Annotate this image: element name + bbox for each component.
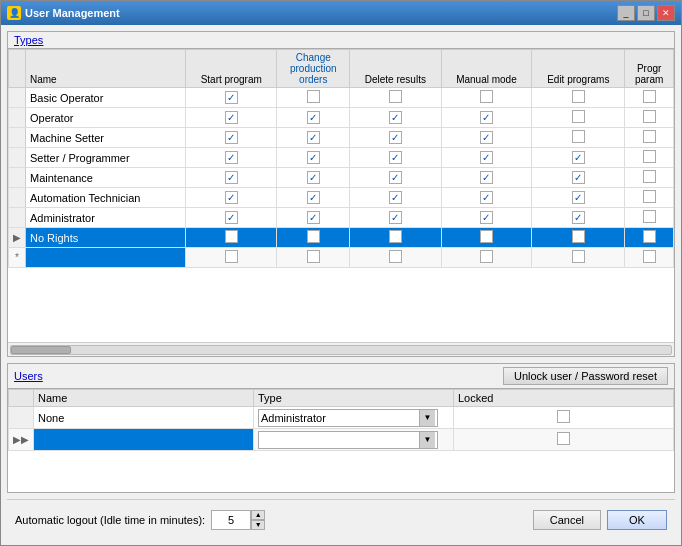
checkbox[interactable] xyxy=(389,250,402,263)
ok-button[interactable]: OK xyxy=(607,510,667,530)
users-table-container[interactable]: Name Type Locked None Administrator ▼ ▶▶… xyxy=(8,389,674,492)
new-check[interactable] xyxy=(441,248,532,268)
type-check-cell[interactable] xyxy=(532,88,625,108)
spinner-down-button[interactable]: ▼ xyxy=(251,520,265,530)
type-check-cell[interactable] xyxy=(277,108,350,128)
type-check-cell[interactable] xyxy=(625,188,674,208)
type-check-cell[interactable] xyxy=(532,188,625,208)
type-check-cell[interactable] xyxy=(441,88,532,108)
checkbox[interactable] xyxy=(225,91,238,104)
type-name-cell[interactable]: Basic Operator xyxy=(26,88,186,108)
dropdown-arrow-icon[interactable]: ▼ xyxy=(419,410,435,426)
type-check-cell[interactable] xyxy=(186,208,277,228)
new-user-locked-checkbox[interactable] xyxy=(557,432,570,445)
type-check-cell[interactable] xyxy=(277,88,350,108)
new-check[interactable] xyxy=(186,248,277,268)
checkbox[interactable] xyxy=(643,230,656,243)
checkbox[interactable] xyxy=(572,250,585,263)
type-check-cell[interactable] xyxy=(532,208,625,228)
checkbox[interactable] xyxy=(643,90,656,103)
type-name-cell[interactable]: Machine Setter xyxy=(26,128,186,148)
checkbox[interactable] xyxy=(643,210,656,223)
checkbox[interactable] xyxy=(389,151,402,164)
user-type-cell[interactable]: Administrator ▼ xyxy=(254,407,454,429)
type-check-cell[interactable] xyxy=(350,108,441,128)
checkbox[interactable] xyxy=(389,230,402,243)
checkbox[interactable] xyxy=(389,111,402,124)
type-check-cell[interactable] xyxy=(441,188,532,208)
type-check-cell[interactable] xyxy=(350,128,441,148)
checkbox[interactable] xyxy=(389,171,402,184)
checkbox[interactable] xyxy=(307,250,320,263)
checkbox[interactable] xyxy=(643,170,656,183)
checkbox[interactable] xyxy=(480,250,493,263)
type-check-cell[interactable] xyxy=(625,148,674,168)
type-check-cell[interactable] xyxy=(277,168,350,188)
cancel-button[interactable]: Cancel xyxy=(533,510,601,530)
users-link[interactable]: Users xyxy=(14,370,43,382)
type-check-cell[interactable] xyxy=(441,228,532,248)
checkbox[interactable] xyxy=(480,151,493,164)
checkbox[interactable] xyxy=(480,111,493,124)
checkbox[interactable] xyxy=(307,191,320,204)
checkbox[interactable] xyxy=(480,90,493,103)
new-check[interactable] xyxy=(625,248,674,268)
type-check-cell[interactable] xyxy=(277,228,350,248)
type-check-cell[interactable] xyxy=(350,148,441,168)
type-check-cell[interactable] xyxy=(532,168,625,188)
type-check-cell[interactable] xyxy=(277,208,350,228)
new-type-name[interactable] xyxy=(26,248,186,268)
type-check-cell[interactable] xyxy=(532,228,625,248)
checkbox[interactable] xyxy=(480,171,493,184)
checkbox[interactable] xyxy=(307,90,320,103)
checkbox[interactable] xyxy=(307,211,320,224)
type-check-cell[interactable] xyxy=(186,108,277,128)
type-check-cell[interactable] xyxy=(186,128,277,148)
type-check-cell[interactable] xyxy=(441,128,532,148)
type-check-cell[interactable] xyxy=(186,188,277,208)
new-user-name[interactable] xyxy=(34,429,254,451)
type-check-cell[interactable] xyxy=(186,148,277,168)
type-name-cell[interactable]: Operator xyxy=(26,108,186,128)
checkbox[interactable] xyxy=(480,191,493,204)
type-check-cell[interactable] xyxy=(186,168,277,188)
type-check-cell[interactable] xyxy=(625,228,674,248)
checkbox[interactable] xyxy=(307,230,320,243)
type-check-cell[interactable] xyxy=(532,148,625,168)
type-check-cell[interactable] xyxy=(277,148,350,168)
close-button[interactable]: ✕ xyxy=(657,5,675,21)
checkbox[interactable] xyxy=(572,171,585,184)
checkbox[interactable] xyxy=(572,90,585,103)
type-check-cell[interactable] xyxy=(350,208,441,228)
type-check-cell[interactable] xyxy=(350,168,441,188)
checkbox[interactable] xyxy=(480,230,493,243)
checkbox[interactable] xyxy=(307,111,320,124)
type-check-cell[interactable] xyxy=(625,168,674,188)
type-check-cell[interactable] xyxy=(350,188,441,208)
checkbox[interactable] xyxy=(643,110,656,123)
types-link[interactable]: Types xyxy=(14,34,43,46)
type-name-cell[interactable]: Setter / Programmer xyxy=(26,148,186,168)
type-check-cell[interactable] xyxy=(532,128,625,148)
checkbox[interactable] xyxy=(225,211,238,224)
checkbox[interactable] xyxy=(389,191,402,204)
type-check-cell[interactable] xyxy=(186,88,277,108)
user-locked-checkbox[interactable] xyxy=(557,410,570,423)
checkbox[interactable] xyxy=(572,191,585,204)
unlock-user-button[interactable]: Unlock user / Password reset xyxy=(503,367,668,385)
checkbox[interactable] xyxy=(225,191,238,204)
type-name-cell[interactable]: No Rights xyxy=(26,228,186,248)
checkbox[interactable] xyxy=(572,151,585,164)
checkbox[interactable] xyxy=(225,171,238,184)
checkbox[interactable] xyxy=(307,131,320,144)
type-name-cell[interactable]: Automation Technician xyxy=(26,188,186,208)
new-check[interactable] xyxy=(532,248,625,268)
checkbox[interactable] xyxy=(480,211,493,224)
new-user-locked[interactable] xyxy=(454,429,674,451)
checkbox[interactable] xyxy=(572,130,585,143)
user-name-cell[interactable]: None xyxy=(34,407,254,429)
type-check-cell[interactable] xyxy=(186,228,277,248)
checkbox[interactable] xyxy=(389,211,402,224)
checkbox[interactable] xyxy=(389,131,402,144)
new-user-type[interactable]: ▼ xyxy=(254,429,454,451)
